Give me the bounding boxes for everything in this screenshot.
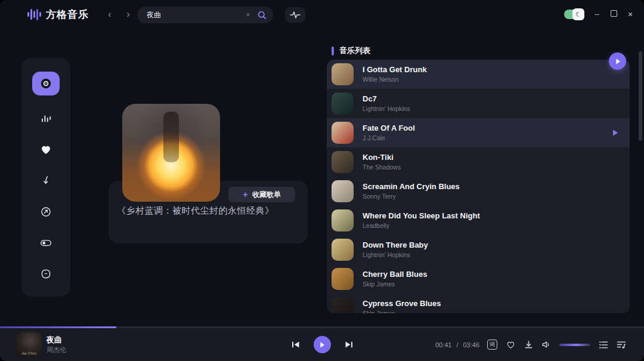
time-display: 00:41 / 03:46 bbox=[435, 328, 479, 361]
play-queue-button[interactable] bbox=[599, 341, 608, 349]
compass-icon bbox=[40, 206, 52, 218]
song-row[interactable]: Screamin And Cryin Blues Sonny Terry bbox=[327, 177, 630, 206]
song-title: Cypress Grove Blues bbox=[363, 299, 606, 308]
song-row[interactable]: Cherry Ball Blues Skip James bbox=[327, 264, 630, 294]
song-row[interactable]: I Gotta Get Drunk Willie Nelson bbox=[327, 60, 630, 89]
song-meta: Where Did You Sleep Last Night Leadbelly bbox=[363, 211, 606, 230]
music-list-title: 音乐列表 bbox=[339, 45, 370, 56]
song-title: Screamin And Cryin Blues bbox=[363, 182, 606, 192]
previous-track-button[interactable] bbox=[292, 341, 300, 348]
song-artist: Willie Nelson bbox=[363, 75, 606, 84]
sidebar-item-recent[interactable] bbox=[21, 165, 70, 196]
squircle-badge-icon bbox=[40, 268, 52, 280]
volume-button[interactable] bbox=[541, 340, 551, 349]
search-input[interactable]: 夜曲 × bbox=[137, 7, 273, 23]
song-row[interactable]: Dc7 Lightnin' Hopkins bbox=[327, 89, 630, 118]
time-separator: / bbox=[456, 341, 458, 348]
lyrics-icon[interactable]: 词 bbox=[487, 340, 497, 350]
total-time: 03:46 bbox=[463, 341, 479, 348]
album-art-thumbnail bbox=[332, 92, 354, 115]
song-title: Kon-Tiki bbox=[363, 153, 606, 162]
volume-slider[interactable] bbox=[559, 344, 590, 346]
song-meta: Cypress Grove Blues Skip James bbox=[363, 299, 606, 313]
album-art-thumbnail bbox=[332, 297, 354, 313]
app-title: 方格音乐 bbox=[46, 8, 89, 21]
song-row[interactable]: Where Did You Sleep Last Night Leadbelly bbox=[327, 206, 630, 235]
play-pause-button[interactable] bbox=[314, 336, 331, 353]
song-artist: Lightnin' Hopkins bbox=[363, 251, 606, 259]
player-bar: Jay Chou 夜曲 周杰伦 00:41 / 03:46 词 bbox=[0, 328, 644, 361]
sidebar bbox=[21, 58, 70, 297]
search-icon[interactable] bbox=[254, 11, 270, 20]
player-right-controls: 词 bbox=[487, 328, 626, 361]
heart-icon bbox=[40, 144, 52, 156]
top-bar: 方格音乐 ‹ › 夜曲 × ☾ – × bbox=[0, 0, 644, 29]
song-artist: Leadbelly bbox=[363, 221, 606, 230]
app-logo: 方格音乐 bbox=[27, 0, 89, 29]
play-icon bbox=[614, 58, 621, 65]
pulse-icon bbox=[290, 11, 301, 19]
sidebar-item-favorites[interactable] bbox=[21, 134, 70, 165]
next-track-button[interactable] bbox=[345, 341, 353, 348]
collect-playlist-label: 收藏歌单 bbox=[252, 190, 281, 200]
song-row[interactable]: Kon-Tiki The Shadows bbox=[327, 147, 630, 177]
song-artist: Skip James bbox=[363, 280, 606, 288]
curved-down-arrow-icon bbox=[40, 175, 52, 187]
clear-search-icon[interactable]: × bbox=[242, 11, 254, 19]
song-artist: The Shadows bbox=[363, 163, 606, 171]
current-time: 00:41 bbox=[435, 341, 452, 348]
album-art-thumbnail bbox=[332, 180, 354, 202]
moon-icon: ☾ bbox=[572, 8, 584, 20]
audio-pulse-button[interactable] bbox=[285, 7, 305, 23]
song-title: Fate Of A Fool bbox=[363, 124, 606, 133]
song-artist: J.J.Cale bbox=[363, 134, 606, 142]
music-list-header: 音乐列表 bbox=[332, 44, 630, 57]
favorite-button[interactable] bbox=[506, 340, 516, 350]
song-title: Cherry Ball Blues bbox=[363, 270, 606, 279]
song-title: Where Did You Sleep Last Night bbox=[363, 211, 606, 221]
album-art-thumbnail bbox=[332, 122, 354, 144]
playlist-cover-image[interactable] bbox=[122, 104, 220, 202]
sidebar-item-explore[interactable] bbox=[21, 196, 70, 227]
album-art-thumbnail bbox=[332, 268, 354, 290]
song-list: I Gotta Get Drunk Willie Nelson Dc7 Ligh… bbox=[327, 60, 630, 313]
play-all-button[interactable] bbox=[609, 53, 626, 70]
sidebar-item-charts[interactable] bbox=[21, 103, 70, 134]
minimize-button[interactable]: – bbox=[590, 8, 603, 20]
album-art-thumbnail bbox=[332, 239, 354, 261]
forward-button[interactable]: › bbox=[122, 8, 134, 20]
sidebar-item-switch[interactable] bbox=[21, 227, 70, 258]
sidebar-item-misc[interactable] bbox=[21, 258, 70, 289]
download-button[interactable] bbox=[524, 340, 533, 349]
album-art-thumbnail bbox=[332, 151, 354, 173]
collect-playlist-button[interactable]: + 收藏歌单 bbox=[228, 187, 295, 202]
song-row[interactable]: Down There Baby Lightnin' Hopkins bbox=[327, 235, 630, 264]
list-scrollbar[interactable] bbox=[639, 51, 642, 141]
next-icon bbox=[345, 341, 353, 348]
song-meta: Down There Baby Lightnin' Hopkins bbox=[363, 240, 606, 259]
app-window: 方格音乐 ‹ › 夜曲 × ☾ – × bbox=[0, 0, 644, 361]
waveform-logo-icon bbox=[27, 8, 41, 20]
search-value[interactable]: 夜曲 bbox=[137, 10, 242, 20]
sidebar-item-discover[interactable] bbox=[21, 64, 70, 103]
song-artist: Lightnin' Hopkins bbox=[363, 104, 606, 113]
play-icon bbox=[318, 341, 326, 348]
song-row[interactable]: Fate Of A Fool J.J.Cale bbox=[327, 118, 630, 147]
close-button[interactable]: × bbox=[624, 8, 637, 20]
song-title: I Gotta Get Drunk bbox=[363, 65, 606, 75]
song-meta: Kon-Tiki The Shadows bbox=[363, 153, 606, 171]
album-art-thumbnail bbox=[332, 209, 354, 232]
maximize-button[interactable] bbox=[607, 8, 620, 20]
song-meta: Screamin And Cryin Blues Sonny Terry bbox=[363, 182, 606, 200]
song-meta: I Gotta Get Drunk Willie Nelson bbox=[363, 65, 606, 84]
album-art-thumbnail bbox=[332, 63, 354, 85]
back-button[interactable]: ‹ bbox=[104, 8, 116, 20]
theme-toggle[interactable]: ☾ bbox=[564, 10, 584, 19]
song-artist: Sonny Terry bbox=[363, 192, 606, 200]
song-row[interactable]: Cypress Grove Blues Skip James bbox=[327, 294, 630, 313]
accent-bar bbox=[332, 47, 334, 55]
row-playing-icon[interactable] bbox=[606, 129, 619, 137]
volume-icon bbox=[541, 340, 551, 349]
vinyl-record-icon bbox=[32, 72, 60, 95]
playlist-music-button[interactable] bbox=[617, 341, 626, 349]
